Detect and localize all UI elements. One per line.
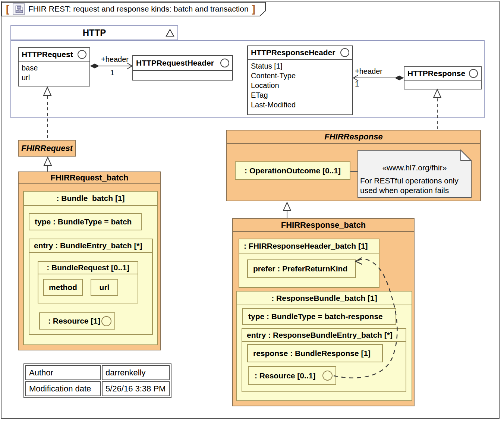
part-label: entry : BundleEntry_batch [*] (29, 239, 152, 253)
class-httprequestheader[interactable]: HTTPRequestHeader (132, 55, 233, 81)
part-label: : ResponseBundle_batch [1] (237, 292, 412, 305)
info-key: Author (25, 365, 101, 380)
class-name: FHIRResponse (227, 130, 480, 144)
note-line1: For RESTful operations only (360, 176, 470, 185)
part-label: : Resource [0..1] (255, 371, 315, 380)
part-url[interactable]: url (91, 279, 118, 296)
class-fhirrequest[interactable]: FHIRRequest (18, 140, 76, 157)
title-close-bracket: ] (252, 3, 255, 15)
part-label: : Resource [1] (48, 316, 100, 325)
class-name: HTTPRequest (22, 50, 73, 59)
part-label: : Bundle_batch [1] (24, 192, 157, 206)
class-circle-icon (340, 48, 349, 57)
assoc-multiplicity-right: 1 (355, 80, 363, 88)
class-name: FHIRRequest_batch (19, 172, 160, 184)
info-table: Author darrenkelly Modification date 5/2… (23, 363, 171, 398)
part-label: : OperationOutcome [0..1] (245, 166, 341, 175)
assoc-label-header-right: +header (355, 67, 389, 76)
class-name: FHIRRequest (19, 141, 75, 156)
class-httprequest[interactable]: HTTPRequest base url (18, 47, 90, 86)
part-label: url (100, 283, 110, 292)
note-stereotype: «www.hl7.org/fhir» (359, 163, 470, 172)
part-bundle-type[interactable]: type : BundleType = batch (29, 213, 142, 230)
part-label: entry : ResponseBundleEntry_batch [*] (242, 329, 406, 342)
part-responsebundle-type[interactable]: type : BundleType = batch-response (242, 308, 396, 325)
part-prefer[interactable]: prefer : PreferReturnKind (247, 259, 356, 278)
class-name: FHIRResponse_batch (233, 219, 414, 232)
class-httpresponse[interactable]: HTTPResponse (404, 66, 482, 89)
empty-compartment (404, 81, 481, 89)
http-package-name: HTTP (11, 26, 177, 40)
resource-circle-icon (322, 371, 333, 381)
assoc-multiplicity-left: 1 (108, 69, 116, 77)
diagram-kind-icon[interactable] (13, 3, 25, 15)
part-resource-response[interactable]: : Resource [0..1] (248, 366, 336, 385)
attribute: base (22, 63, 86, 73)
class-circle-icon (220, 59, 229, 67)
diagram-title: FHIR REST: request and response kinds: b… (28, 4, 249, 13)
part-method[interactable]: method (43, 279, 83, 296)
part-bundle-response[interactable]: response : BundleResponse [1] (247, 344, 383, 362)
resource-circle-icon (101, 316, 111, 326)
part-label: : BundleRequest [0..1] (38, 262, 138, 274)
part-label: method (49, 283, 77, 292)
class-httpresponseheader[interactable]: HTTPResponseHeader Status [1] Content-Ty… (247, 45, 353, 115)
attribute: Location (251, 81, 349, 90)
part-label: response : BundleResponse [1] (253, 349, 371, 358)
class-name: HTTPResponse (407, 69, 465, 78)
empty-compartment (133, 71, 232, 80)
class-circle-icon (469, 69, 478, 78)
attribute: Status [1] (251, 61, 349, 71)
diagram-canvas: [ FHIR REST: request and response kinds:… (0, 0, 504, 422)
diagram-title-bar: [ FHIR REST: request and response kinds:… (6, 3, 255, 15)
info-value: 5/26/16 3:38 PM (102, 381, 170, 396)
attribute: Last-Modified (251, 100, 349, 110)
assoc-label-header-left: +header (98, 55, 132, 64)
class-name: HTTPResponseHeader (251, 48, 335, 57)
info-key: Modification date (25, 381, 101, 396)
title-open-bracket: [ (6, 3, 9, 15)
attribute: Content-Type (251, 71, 349, 81)
class-name: HTTPRequestHeader (136, 59, 214, 67)
note-line2: used when operation fails (360, 186, 470, 195)
http-package-tab[interactable]: HTTP (10, 25, 178, 40)
part-label: : FHIRResponseHeader_batch [1] (239, 239, 379, 253)
attribute: url (22, 73, 86, 82)
part-resource-request[interactable]: : Resource [1] (39, 312, 115, 330)
info-value: darrenkelly (102, 365, 170, 380)
attribute: ETag (251, 90, 349, 100)
part-label: type : BundleType = batch (35, 217, 132, 226)
part-label: type : BundleType = batch-response (248, 312, 383, 321)
part-label: prefer : PreferReturnKind (253, 264, 347, 273)
class-circle-icon (78, 50, 86, 59)
part-operation-outcome[interactable]: : OperationOutcome [0..1] (235, 161, 350, 180)
